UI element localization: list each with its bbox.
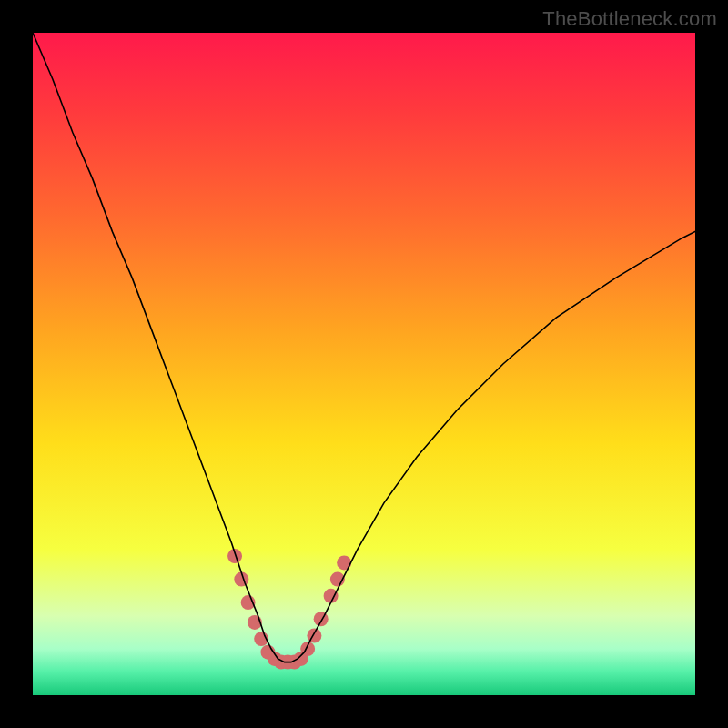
highlight-dot <box>314 612 329 626</box>
highlight-dot <box>307 628 321 642</box>
watermark-label: TheBottleneck.com <box>542 7 717 31</box>
chart-stage: TheBottleneck.com <box>0 0 728 728</box>
chart-svg <box>33 33 695 695</box>
chart-plot <box>33 33 695 695</box>
highlight-dot <box>337 555 351 570</box>
chart-background <box>33 33 695 695</box>
